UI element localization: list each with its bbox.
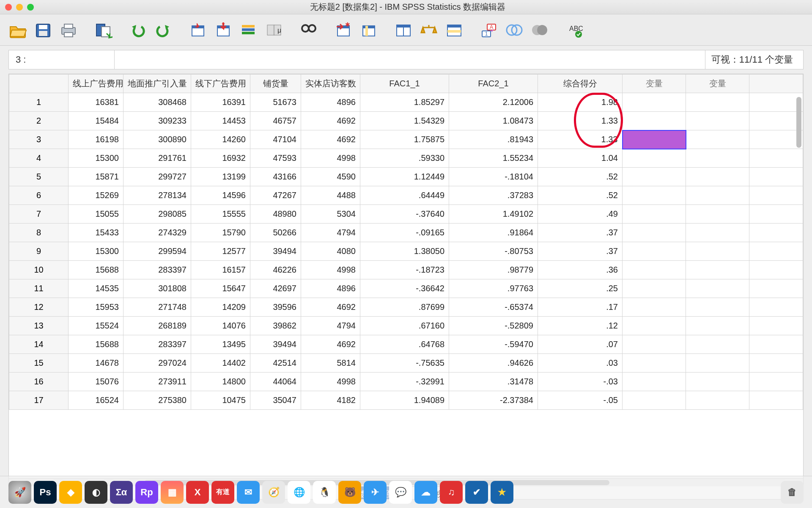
data-cell[interactable]: 4794 bbox=[301, 317, 360, 335]
data-cell[interactable]: 1.98 bbox=[538, 93, 623, 112]
data-cell[interactable]: -.18104 bbox=[449, 168, 538, 186]
data-cell[interactable]: .37 bbox=[538, 224, 623, 242]
recent-dialogs-button[interactable] bbox=[92, 19, 114, 41]
dock-xmind-icon[interactable]: X bbox=[186, 481, 209, 504]
data-cell[interactable]: 39494 bbox=[250, 335, 301, 354]
data-cell[interactable] bbox=[686, 93, 749, 112]
data-cell[interactable] bbox=[623, 317, 686, 335]
data-cell[interactable]: 299594 bbox=[123, 242, 191, 261]
data-cell[interactable] bbox=[686, 317, 749, 335]
data-cell[interactable]: -.65374 bbox=[449, 298, 538, 317]
dock-trash-icon[interactable]: 🗑 bbox=[781, 481, 804, 504]
data-cell[interactable]: .94626 bbox=[449, 354, 538, 373]
col-header-empty[interactable]: 变量 bbox=[623, 75, 686, 93]
data-cell[interactable]: 14535 bbox=[69, 279, 123, 298]
data-cell[interactable]: 14260 bbox=[191, 130, 250, 149]
data-cell[interactable]: 1.38050 bbox=[360, 242, 449, 261]
data-cell[interactable]: 4896 bbox=[301, 279, 360, 298]
data-cell[interactable]: 15300 bbox=[69, 242, 123, 261]
data-cell[interactable]: 298085 bbox=[123, 205, 191, 224]
run-descriptives-button[interactable]: μ bbox=[263, 19, 285, 41]
data-cell[interactable] bbox=[686, 373, 749, 391]
col-header[interactable]: FAC2_1 bbox=[449, 75, 538, 93]
data-cell[interactable]: .64768 bbox=[360, 335, 449, 354]
use-variable-sets-button[interactable] bbox=[503, 19, 525, 41]
data-cell[interactable]: -.36642 bbox=[360, 279, 449, 298]
data-cell[interactable]: .37 bbox=[538, 242, 623, 261]
dock-youdao-icon[interactable]: 有道 bbox=[211, 481, 234, 504]
variables-button[interactable] bbox=[238, 19, 260, 41]
data-cell[interactable]: 39494 bbox=[250, 242, 301, 261]
col-header[interactable]: 铺货量 bbox=[250, 75, 301, 93]
row-header[interactable]: 1 bbox=[9, 93, 69, 112]
data-cell[interactable] bbox=[623, 335, 686, 354]
data-cell[interactable] bbox=[623, 373, 686, 391]
data-cell[interactable]: -2.37384 bbox=[449, 391, 538, 410]
dock-cloud-icon[interactable]: ☁ bbox=[414, 481, 437, 504]
data-cell[interactable] bbox=[623, 130, 686, 149]
data-cell[interactable]: -.75635 bbox=[360, 354, 449, 373]
data-cell[interactable]: 4182 bbox=[301, 391, 360, 410]
data-cell[interactable]: -.59470 bbox=[449, 335, 538, 354]
row-header[interactable]: 15 bbox=[9, 354, 69, 373]
data-cell[interactable] bbox=[623, 186, 686, 205]
data-cell[interactable]: 35047 bbox=[250, 391, 301, 410]
data-cell[interactable] bbox=[623, 93, 686, 112]
data-cell[interactable]: 39596 bbox=[250, 298, 301, 317]
data-cell[interactable] bbox=[623, 298, 686, 317]
vertical-scrollbar[interactable] bbox=[796, 95, 802, 486]
data-cell[interactable]: 283397 bbox=[123, 261, 191, 279]
data-cell[interactable]: 278134 bbox=[123, 186, 191, 205]
data-cell[interactable]: 4590 bbox=[301, 168, 360, 186]
spellcheck-button[interactable]: ABC bbox=[563, 19, 585, 41]
data-cell[interactable]: 268189 bbox=[123, 317, 191, 335]
split-file-button[interactable] bbox=[392, 19, 414, 41]
data-cell[interactable]: 5814 bbox=[301, 354, 360, 373]
data-cell[interactable]: 1.54329 bbox=[360, 112, 449, 130]
data-cell[interactable]: 4692 bbox=[301, 298, 360, 317]
data-cell[interactable]: 16157 bbox=[191, 261, 250, 279]
data-cell[interactable]: 15871 bbox=[69, 168, 123, 186]
dock-netease-icon[interactable]: ♫ bbox=[440, 481, 463, 504]
data-cell[interactable]: 4692 bbox=[301, 335, 360, 354]
data-cell[interactable]: 47593 bbox=[250, 149, 301, 168]
data-cell[interactable]: 1.75875 bbox=[360, 130, 449, 149]
data-cell[interactable]: 15269 bbox=[69, 186, 123, 205]
data-cell[interactable]: .07 bbox=[538, 335, 623, 354]
data-cell[interactable]: .03 bbox=[538, 354, 623, 373]
data-cell[interactable]: 15647 bbox=[191, 279, 250, 298]
data-cell[interactable]: 4692 bbox=[301, 112, 360, 130]
data-cell[interactable]: 291761 bbox=[123, 149, 191, 168]
data-cell[interactable]: 4998 bbox=[301, 261, 360, 279]
data-cell[interactable]: 274329 bbox=[123, 224, 191, 242]
data-cell[interactable]: .36 bbox=[538, 261, 623, 279]
data-cell[interactable] bbox=[686, 205, 749, 224]
data-cell[interactable]: 42514 bbox=[250, 354, 301, 373]
data-cell[interactable]: 308468 bbox=[123, 93, 191, 112]
data-cell[interactable] bbox=[686, 186, 749, 205]
data-cell[interactable]: .25 bbox=[538, 279, 623, 298]
dock-chrome-icon[interactable]: 🌐 bbox=[288, 481, 310, 504]
data-cell[interactable]: -.05 bbox=[538, 391, 623, 410]
row-header[interactable]: 14 bbox=[9, 335, 69, 354]
data-cell[interactable]: 14209 bbox=[191, 298, 250, 317]
dock-sketch-icon[interactable]: ◆ bbox=[59, 481, 82, 504]
dock-dashboard-icon[interactable]: ◐ bbox=[85, 481, 107, 504]
data-cell[interactable]: .31478 bbox=[449, 373, 538, 391]
data-cell[interactable]: 4692 bbox=[301, 130, 360, 149]
data-cell[interactable]: 15484 bbox=[69, 112, 123, 130]
col-header[interactable]: 线下广告费用 bbox=[191, 75, 250, 93]
data-cell[interactable]: 46226 bbox=[250, 261, 301, 279]
data-cell[interactable]: 1.49102 bbox=[449, 205, 538, 224]
data-cell[interactable]: 275380 bbox=[123, 391, 191, 410]
data-cell[interactable]: 4998 bbox=[301, 373, 360, 391]
data-cell[interactable]: 16391 bbox=[191, 93, 250, 112]
data-cell[interactable]: 1.33 bbox=[538, 112, 623, 130]
data-cell[interactable]: .52 bbox=[538, 168, 623, 186]
data-cell[interactable]: 5304 bbox=[301, 205, 360, 224]
data-cell[interactable]: .12 bbox=[538, 317, 623, 335]
dock-bear-icon[interactable]: 🐻 bbox=[338, 481, 361, 504]
data-cell[interactable]: -.32991 bbox=[360, 373, 449, 391]
data-cell[interactable]: 14800 bbox=[191, 373, 250, 391]
data-cell[interactable]: 14596 bbox=[191, 186, 250, 205]
